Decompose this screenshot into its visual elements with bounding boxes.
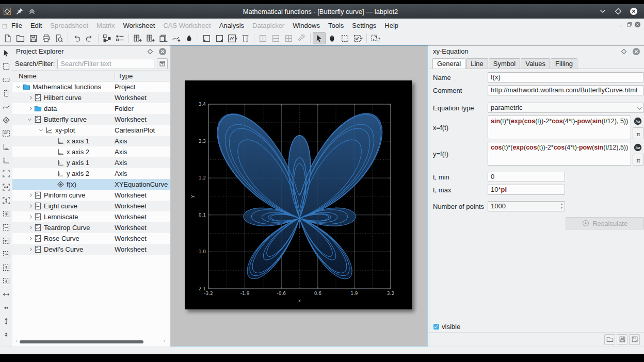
close-icon[interactable] [632,47,640,56]
t-min-field[interactable]: 0 [488,172,565,182]
new-document-icon[interactable] [1,32,14,44]
add-text-label-icon[interactable] [239,32,252,44]
tab-general[interactable]: General [432,58,465,69]
save-document-icon[interactable] [27,32,40,44]
collapse-arrow-icon[interactable] [28,118,32,122]
explorer-horizontal-scrollbar[interactable]: ‹ › [15,340,165,344]
expand-arrow-icon[interactable] [28,204,32,208]
scrollbar-thumb[interactable] [20,340,143,343]
undo-icon[interactable] [70,32,83,44]
expand-arrow-icon[interactable] [28,193,32,198]
worksheet-view[interactable]: -3.2-1.9-0.60.61.93.2-2.1-1.00.11.22.33.… [171,45,428,347]
tree-item-name[interactable]: data [44,105,57,112]
chevron-down-icon[interactable]: ▾ [235,36,237,41]
filter-options-icon[interactable] [157,58,168,69]
pi-functions-icon[interactable]: π [633,154,644,166]
zoom-fit-height-icon[interactable] [213,32,226,44]
select-mode-icon[interactable] [1,46,12,60]
tree-row-rose-curve[interactable]: Rose CurveWorksheet [12,233,170,244]
menu-help[interactable]: Help [380,20,403,31]
expand-arrow-icon[interactable] [28,237,32,241]
mdi-restore-icon[interactable] [626,21,633,28]
tree-row-mathematical-functions[interactable]: Mathematical functionsProject [12,81,170,92]
zoom-select-mode-icon[interactable] [1,60,12,73]
maximize-icon[interactable] [614,7,622,15]
scroll-right-arrow-icon[interactable]: › [164,339,165,343]
navigation-mode-icon[interactable] [326,32,339,44]
shift-up-y-icon[interactable] [1,261,12,274]
axis-y-icon[interactable] [1,154,12,167]
select-mode-icon[interactable] [313,32,326,44]
close-icon[interactable] [158,47,167,56]
magnification-icon[interactable]: ▾ [351,32,364,44]
save-default-icon[interactable] [629,334,640,345]
tree-item-name[interactable]: x axis 2 [67,148,89,156]
close-icon[interactable] [630,7,638,15]
zoom-select-mode-icon[interactable] [339,32,351,44]
tree-row-y-axis-1[interactable]: y axis 1Axis [12,157,170,168]
shift-left-x-icon[interactable] [1,234,12,248]
tree-row-eight-curve[interactable]: Eight curveWorksheet [12,201,170,211]
constants-icon[interactable]: Aa [633,142,643,153]
tree-item-name[interactable]: x axis 1 [67,137,89,145]
chevron-down-icon[interactable]: ▾ [361,36,363,41]
menu-file[interactable]: File [7,20,26,31]
pin-icon[interactable] [15,7,24,15]
auto-scale-x-icon[interactable] [1,180,12,194]
column-header-name[interactable]: Name [12,72,115,80]
tab-line[interactable]: Line [466,58,488,69]
chevron-down-icon[interactable]: ▾ [378,36,380,41]
tree-item-name[interactable]: y axis 1 [67,159,89,167]
tree-item-name[interactable]: Mathematical functions [33,83,101,91]
butterfly-plot[interactable]: -3.2-1.9-0.60.61.93.2-2.1-1.00.11.22.33.… [185,80,412,309]
search-input[interactable]: Search/Filter text [57,59,154,69]
float-icon[interactable] [620,47,628,56]
zoom-in-y-icon[interactable] [1,315,12,328]
tree-row-y-axis-2[interactable]: y axis 2Axis [12,168,170,179]
tree-row-devil-s-curve[interactable]: Devil's CurveWorksheet [12,244,170,255]
menu-edit[interactable]: Edit [26,20,46,31]
new-matrix-icon[interactable] [144,32,157,44]
add-plot-icon[interactable]: ▾ [226,32,239,44]
zoom-fit-page-icon[interactable] [200,32,213,44]
tree-row-x-axis-1[interactable]: x axis 1Axis [12,136,170,146]
zoom-in-x-icon[interactable] [1,288,12,301]
tree-row-data[interactable]: dataFolder [12,103,170,114]
float-icon[interactable] [146,47,154,56]
visible-checkbox[interactable] [433,324,439,330]
expand-arrow-icon[interactable] [28,226,32,230]
new-workbook-icon[interactable] [157,32,170,44]
open-document-icon[interactable] [14,32,27,44]
t-max-field[interactable]: 10*pi [488,185,565,195]
new-spreadsheet-icon[interactable] [131,32,144,44]
shift-right-x-icon[interactable] [1,248,12,261]
toggle-properties-explorer-icon[interactable] [114,32,126,44]
tree-item-name[interactable]: Hilbert curve [44,94,82,102]
y-equation-field[interactable]: cos(t)*(exp(cos(t))-2*cos(4*t)-pow(sin(t… [488,142,631,166]
save-template-icon[interactable] [617,334,627,345]
tree-row-lemniscate[interactable]: LemniscateWorksheet [12,211,170,222]
add-curve-icon[interactable] [1,100,12,113]
tab-filling[interactable]: Filling [551,58,577,69]
collapse-icon[interactable] [28,7,36,15]
expand-arrow-icon[interactable] [28,96,32,100]
column-header-type[interactable]: Type [115,72,133,80]
menu-worksheet[interactable]: Worksheet [119,20,159,31]
mdi-close-icon[interactable] [634,21,641,28]
tree-row-piriform-curve[interactable]: Piriform curveWorksheet [12,190,170,201]
new-note-icon[interactable] [183,32,196,44]
tree-item-name[interactable]: Eight curve [44,202,77,210]
auto-scale-y-icon[interactable] [1,194,12,207]
menu-windows[interactable]: Windows [288,20,324,31]
tree-item-name[interactable]: f(x) [67,180,76,188]
zoom-out-x-icon[interactable] [1,301,12,315]
mdi-minimize-icon[interactable] [618,21,624,28]
collapse-arrow-icon[interactable] [17,85,21,89]
zoom-y-select-icon[interactable] [1,87,12,100]
collapse-arrow-icon[interactable] [39,128,43,133]
shift-down-y-icon[interactable] [1,274,12,288]
menu-analysis[interactable]: Analysis [215,20,248,31]
expand-arrow-icon[interactable] [28,215,32,219]
equation-type-combobox[interactable]: parametric [488,103,644,113]
expand-arrow-icon[interactable] [28,107,32,111]
